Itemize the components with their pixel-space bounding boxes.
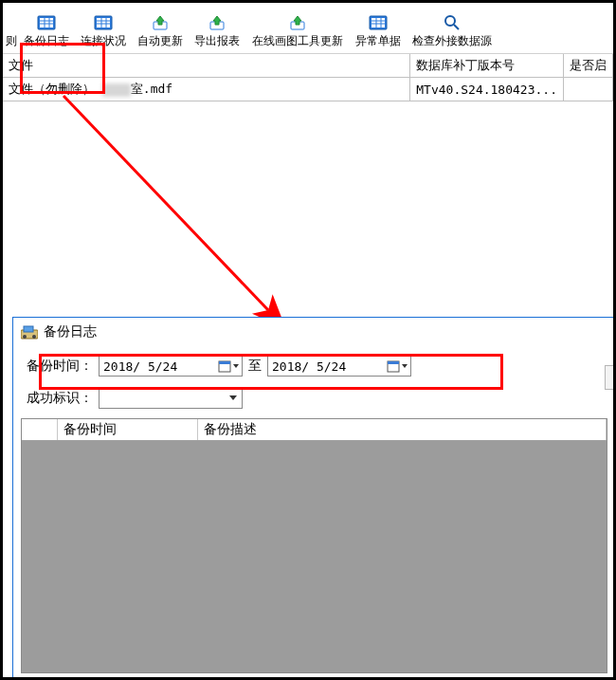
blurred-text	[102, 83, 131, 97]
success-flag-combo[interactable]	[99, 388, 243, 409]
upload-icon	[208, 14, 226, 31]
svg-point-21	[445, 16, 455, 26]
top-grid: 文件 数据库补丁版本号 是否启 文件（勿删除） 室.mdf MTv40.S24.…	[3, 54, 613, 101]
grid-col-desc[interactable]: 备份描述	[198, 419, 607, 440]
cell-enable	[564, 78, 613, 101]
top-grid-row[interactable]: 文件（勿删除） 室.mdf MTv40.S24.180423...	[3, 78, 613, 101]
toolbar-export-report[interactable]: 导出报表	[189, 12, 245, 51]
svg-rect-29	[219, 361, 230, 364]
date-to-value: 2018/ 5/24	[272, 359, 346, 374]
grid-icon	[369, 14, 388, 31]
toolbar-label: 在线画图工具更新	[252, 33, 343, 49]
toolbar-auto-update[interactable]: 自动更新	[132, 12, 189, 51]
cell-file: 文件（勿删除） 室.mdf	[3, 78, 410, 101]
result-grid-header: 备份时间 备份描述	[22, 419, 607, 441]
date-to-dropdown[interactable]	[387, 359, 408, 373]
svg-rect-27	[24, 326, 33, 332]
date-from-value: 2018/ 5/24	[103, 359, 177, 374]
side-button[interactable]	[605, 365, 616, 390]
date-from-dropdown[interactable]	[218, 359, 240, 373]
svg-rect-7	[97, 18, 110, 28]
filter-area: 备份时间： 2018/ 5/24 至 2018/ 5/24 成功标识：	[13, 350, 615, 414]
grid-icon	[37, 14, 56, 31]
grid-icon	[94, 14, 113, 31]
svg-rect-1	[40, 18, 53, 28]
main-toolbar: 则 备份日志 连接状况 自动更新 导出报表 在线画图工具更新 异	[3, 3, 613, 54]
upload-icon	[151, 14, 170, 31]
calendar-icon	[387, 359, 400, 373]
grid-col-selector[interactable]	[22, 419, 58, 440]
annotation-arrow	[60, 92, 306, 329]
toolbar-label: 检查外接数据源	[412, 33, 492, 49]
toolbar-exception-docs[interactable]: 异常单据	[350, 12, 407, 51]
toolbar-partial-label: 则	[6, 33, 17, 49]
date-to-picker[interactable]: 2018/ 5/24	[267, 356, 411, 377]
toolbar-backup-log[interactable]: 备份日志	[18, 12, 75, 51]
svg-point-26	[32, 335, 36, 339]
app-icon	[21, 324, 38, 340]
svg-rect-16	[371, 18, 385, 28]
toolbar-partial: 则	[5, 31, 18, 51]
toolbar-online-draw-update[interactable]: 在线画图工具更新	[245, 12, 350, 51]
toolbar-label: 导出报表	[194, 33, 240, 49]
search-icon	[443, 14, 462, 31]
top-grid-header-row: 文件 数据库补丁版本号 是否启	[3, 54, 613, 78]
file-prefix: 文件（勿删除）	[9, 82, 95, 96]
toolbar-connection-status[interactable]: 连接状况	[75, 12, 132, 51]
toolbar-label: 异常单据	[355, 33, 401, 49]
col-file[interactable]: 文件	[3, 54, 410, 78]
result-grid-body[interactable]	[22, 441, 607, 672]
backup-log-dialog: 备份日志 备份时间： 2018/ 5/24 至 2018/ 5/24	[12, 317, 616, 680]
svg-point-25	[23, 335, 27, 339]
grid-col-time[interactable]: 备份时间	[58, 419, 198, 440]
svg-rect-31	[388, 361, 399, 364]
chevron-down-icon	[232, 359, 240, 373]
upload-icon	[288, 14, 307, 31]
file-suffix: 室.mdf	[131, 82, 172, 96]
toolbar-label: 连接状况	[81, 33, 126, 49]
col-enable[interactable]: 是否启	[564, 54, 613, 78]
cell-patch: MTv40.S24.180423...	[410, 78, 564, 101]
toolbar-check-external[interactable]: 检查外接数据源	[407, 12, 498, 51]
calendar-icon	[218, 359, 231, 373]
svg-line-23	[63, 96, 268, 310]
dialog-titlebar: 备份日志	[13, 318, 615, 350]
svg-line-22	[454, 25, 459, 29]
dialog-title-text: 备份日志	[44, 323, 97, 340]
label-to: 至	[248, 358, 262, 375]
date-from-picker[interactable]: 2018/ 5/24	[99, 356, 243, 377]
filter-row-flag: 成功标识：	[21, 382, 607, 414]
chevron-down-icon	[401, 359, 408, 373]
label-backup-time: 备份时间：	[21, 358, 93, 375]
filter-row-time: 备份时间： 2018/ 5/24 至 2018/ 5/24	[21, 350, 607, 382]
col-patch[interactable]: 数据库补丁版本号	[410, 54, 564, 78]
toolbar-label: 备份日志	[24, 33, 69, 49]
chevron-down-icon	[226, 390, 240, 407]
toolbar-label: 自动更新	[137, 33, 183, 49]
result-grid: 备份时间 备份描述	[21, 418, 607, 673]
label-success-flag: 成功标识：	[21, 390, 93, 407]
